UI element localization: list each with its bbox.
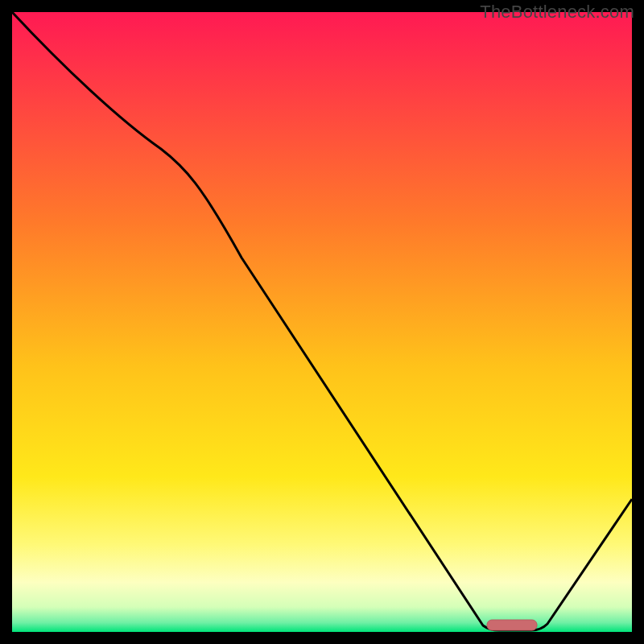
chart-svg <box>0 0 644 644</box>
bottleneck-chart: TheBottleneck.com <box>0 0 644 644</box>
plateau-marker <box>487 620 537 630</box>
watermark-text: TheBottleneck.com <box>480 2 634 23</box>
